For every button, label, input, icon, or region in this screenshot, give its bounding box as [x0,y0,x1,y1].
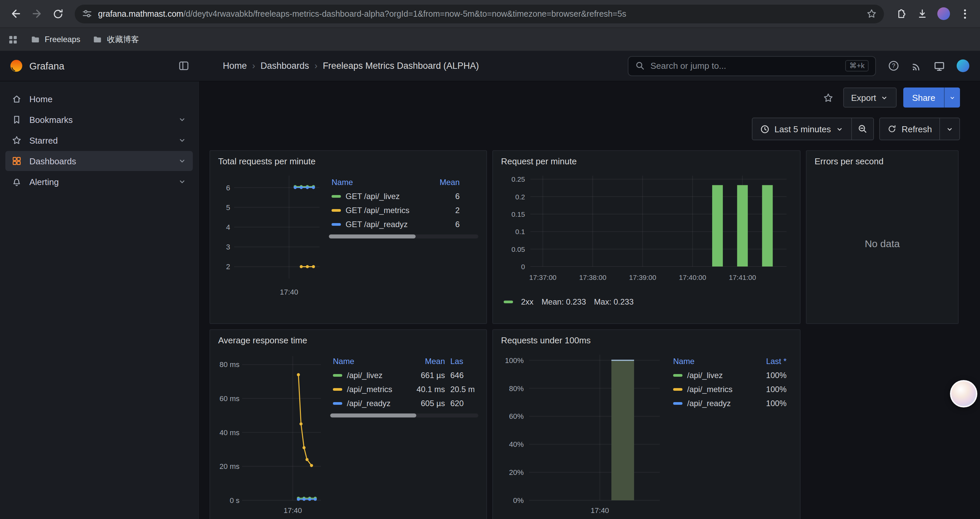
svg-text:17:40: 17:40 [283,506,302,515]
grafana-logo[interactable] [10,59,23,73]
bookmarks-bar: Freeleaps 收藏博客 [0,27,980,51]
legend-column-header[interactable]: Name [330,355,404,368]
bookmark-star-icon[interactable] [866,8,877,19]
legend-row[interactable]: /api/_metrics40.1 ms20.5 m [330,382,478,396]
help-icon[interactable]: ? [888,60,899,72]
site-settings-icon[interactable] [81,8,93,19]
legend-row[interactable]: /api/_livez100% [670,368,789,382]
favorite-star-icon[interactable] [819,89,836,106]
request-per-minute-chart[interactable]: 00.050.10.150.20.2517:37:0017:38:0017:39… [501,169,792,293]
browser-menu-icon[interactable] [955,4,975,24]
chevron-down-icon[interactable] [177,136,187,145]
legend-row[interactable]: GET /api/_metrics2 [329,203,478,217]
legend-max: Max: 0.233 [594,297,634,307]
zoom-out-button[interactable] [851,118,873,140]
monitor-icon[interactable] [933,60,945,72]
refresh-button[interactable]: Refresh [880,118,939,140]
chevron-down-icon [835,125,844,133]
refresh-interval-dropdown[interactable] [939,118,959,140]
series-swatch [332,223,341,225]
folder-icon [92,34,103,45]
series-swatch [673,374,682,376]
svg-text:?: ? [892,62,895,69]
series-swatch [333,402,342,404]
legend-column-header[interactable]: Las [448,355,478,368]
screen: grafana.mathmast.com/d/deytv4rwavabkb/fr… [0,0,980,519]
apps-grid-icon[interactable] [8,34,18,45]
legend-row[interactable]: /api/_readyz100% [670,396,789,410]
total-requests-chart[interactable]: 2345617:40 [218,169,323,301]
breadcrumb-dashboards[interactable]: Dashboards [261,61,309,71]
panel-title[interactable]: Total requests per minute [218,156,478,166]
share-dropdown-icon[interactable] [944,88,960,107]
url-text: grafana.mathmast.com/d/deytv4rwavabkb/fr… [98,9,866,18]
panel-total-requests: Total requests per minute 2345617:40 Nam… [210,150,487,324]
sidebar-toggle-icon[interactable] [178,60,189,72]
legend-mean: Mean: 0.233 [541,297,586,307]
svg-text:0.1: 0.1 [515,228,525,235]
grafana-header: Grafana Home › Dashboards › Freeleaps Me… [0,51,980,81]
panel-title[interactable]: Request per minute [501,156,792,166]
panel-errors-per-second: Errors per second No data [806,150,959,324]
bookmark-icon [11,114,22,125]
svg-text:0.2: 0.2 [515,193,525,201]
legend-row[interactable]: /api/_readyz605 µs620 [330,396,478,410]
sidebar-item-alerting[interactable]: Alerting [5,172,193,192]
legend-row[interactable]: GET /api/_readyz6 [329,217,478,231]
legend-column-header[interactable]: Mean [417,176,478,189]
legend-scrollbar[interactable] [329,235,478,238]
address-bar[interactable]: grafana.mathmast.com/d/deytv4rwavabkb/fr… [75,4,884,23]
share-button[interactable]: Share [904,88,944,107]
panel-average-response-time: Average response time 0 s20 ms40 ms60 ms… [210,329,487,519]
legend-column-header[interactable]: Last * [746,355,789,368]
sidebar-item-label: Alerting [29,177,59,187]
legend-line[interactable]: 2xx Mean: 0.233 Max: 0.233 [501,297,792,307]
sidebar-item-label: Home [29,94,52,104]
reload-button[interactable] [48,4,68,24]
svg-text:0.25: 0.25 [511,175,525,183]
svg-text:17:40:00: 17:40:00 [679,273,706,281]
chevron-down-icon[interactable] [177,177,187,186]
search-input[interactable]: Search or jump to... ⌘+k [628,56,876,76]
forward-button[interactable] [27,4,47,24]
folder-icon [30,34,41,45]
time-range-picker[interactable]: Last 5 minutes [752,118,851,140]
assistant-avatar[interactable] [950,380,977,407]
sidebar-item-starred[interactable]: Starred [5,130,193,150]
chevron-down-icon[interactable] [177,156,187,166]
bookmark-freeleaps[interactable]: Freeleaps [30,34,80,45]
series-swatch [332,195,341,197]
legend-column-header[interactable]: Name [329,176,417,189]
breadcrumb-separator: › [252,61,255,71]
refresh-icon [888,124,897,134]
panel-title[interactable]: Requests under 100ms [501,335,792,345]
panel-request-per-minute: Request per minute 00.050.10.150.20.2517… [492,150,800,324]
back-button[interactable] [5,4,25,24]
legend-row[interactable]: /api/_livez661 µs646 [330,368,478,382]
downloads-icon[interactable] [912,4,932,24]
average-response-time-chart[interactable]: 0 s20 ms40 ms60 ms80 ms17:40 [218,348,325,516]
legend-scrollbar[interactable] [330,414,478,417]
sidebar-item-home[interactable]: Home [5,89,193,109]
export-button[interactable]: Export [843,88,897,107]
user-avatar[interactable] [957,59,969,72]
legend-table-wrap: NameLast */api/_livez100%/api/_metrics10… [670,355,789,516]
home-icon [11,94,22,104]
legend-column-header[interactable]: Name [670,355,746,368]
bookmark-blog-folder[interactable]: 收藏博客 [92,34,139,45]
extensions-icon[interactable] [891,4,911,24]
svg-text:17:40: 17:40 [591,506,609,515]
news-rss-icon[interactable] [911,60,922,72]
sidebar-item-dashboards[interactable]: Dashboards [5,151,193,171]
legend-row[interactable]: /api/_metrics100% [670,382,789,396]
panel-title[interactable]: Errors per second [815,156,950,166]
browser-profile-avatar[interactable] [933,4,953,24]
legend-column-header[interactable]: Mean [404,355,448,368]
sidebar-item-bookmarks[interactable]: Bookmarks [5,110,193,129]
svg-text:17:39:00: 17:39:00 [629,273,657,281]
chevron-down-icon[interactable] [177,115,187,124]
panel-title[interactable]: Average response time [218,335,478,345]
legend-row[interactable]: GET /api/_livez6 [329,189,478,203]
breadcrumb-home[interactable]: Home [223,61,247,71]
requests-under-100ms-chart[interactable]: 0%20%40%60%80%100%17:40 [501,348,665,516]
